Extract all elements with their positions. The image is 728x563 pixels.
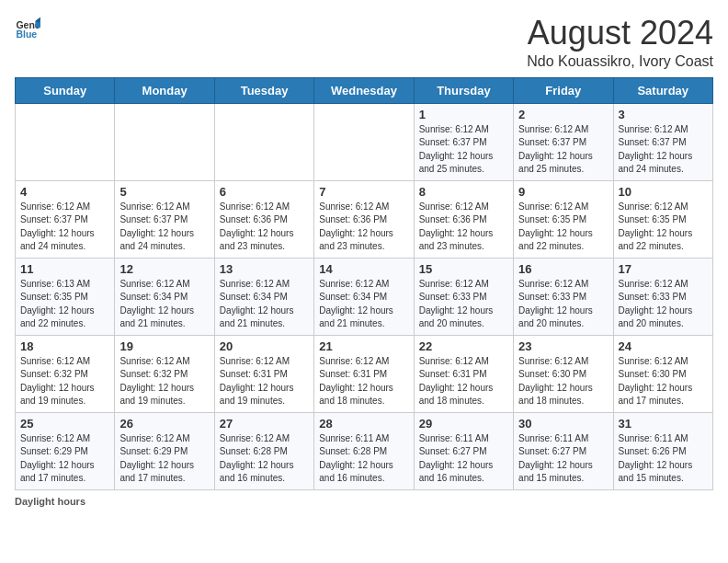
title-section: August 2024 Ndo Kouassikro, Ivory Coast (527, 15, 713, 70)
weekday-row: SundayMondayTuesdayWednesdayThursdayFrid… (16, 77, 713, 103)
day-number: 29 (419, 417, 508, 431)
day-info: Sunrise: 6:12 AM Sunset: 6:33 PM Dayligh… (419, 278, 508, 331)
day-number: 18 (20, 339, 109, 353)
day-info: Sunrise: 6:12 AM Sunset: 6:30 PM Dayligh… (518, 355, 608, 408)
calendar-cell: 17Sunrise: 6:12 AM Sunset: 6:33 PM Dayli… (613, 258, 712, 335)
day-info: Sunrise: 6:12 AM Sunset: 6:37 PM Dayligh… (619, 123, 708, 177)
calendar-cell: 4Sunrise: 6:12 AM Sunset: 6:37 PM Daylig… (16, 180, 115, 258)
calendar-week-3: 18Sunrise: 6:12 AM Sunset: 6:32 PM Dayli… (16, 335, 713, 412)
day-info: Sunrise: 6:12 AM Sunset: 6:32 PM Dayligh… (20, 355, 109, 408)
calendar-cell: 10Sunrise: 6:12 AM Sunset: 6:35 PM Dayli… (613, 180, 712, 258)
day-info: Sunrise: 6:12 AM Sunset: 6:33 PM Dayligh… (518, 278, 608, 331)
day-info: Sunrise: 6:13 AM Sunset: 6:35 PM Dayligh… (20, 278, 109, 331)
calendar-cell (115, 103, 214, 180)
day-number: 1 (419, 108, 508, 121)
day-number: 10 (619, 185, 708, 199)
calendar-cell: 27Sunrise: 6:12 AM Sunset: 6:28 PM Dayli… (214, 412, 313, 489)
calendar-cell: 2Sunrise: 6:12 AM Sunset: 6:37 PM Daylig… (514, 103, 613, 180)
calendar-cell: 28Sunrise: 6:11 AM Sunset: 6:28 PM Dayli… (314, 412, 414, 489)
calendar-cell: 9Sunrise: 6:12 AM Sunset: 6:35 PM Daylig… (514, 180, 613, 258)
calendar-cell: 6Sunrise: 6:12 AM Sunset: 6:36 PM Daylig… (214, 180, 313, 258)
weekday-header-sunday: Sunday (16, 77, 115, 103)
calendar-cell: 12Sunrise: 6:12 AM Sunset: 6:34 PM Dayli… (115, 258, 214, 335)
calendar-week-2: 11Sunrise: 6:13 AM Sunset: 6:35 PM Dayli… (16, 258, 713, 335)
day-info: Sunrise: 6:12 AM Sunset: 6:35 PM Dayligh… (619, 201, 708, 254)
day-number: 30 (518, 417, 608, 431)
calendar-cell: 5Sunrise: 6:12 AM Sunset: 6:37 PM Daylig… (115, 180, 214, 258)
calendar-cell: 13Sunrise: 6:12 AM Sunset: 6:34 PM Dayli… (214, 258, 313, 335)
daylight-label: Daylight hours (15, 496, 85, 507)
calendar-week-1: 4Sunrise: 6:12 AM Sunset: 6:37 PM Daylig… (16, 180, 713, 258)
calendar-cell: 30Sunrise: 6:11 AM Sunset: 6:27 PM Dayli… (514, 412, 613, 489)
day-number: 25 (20, 417, 109, 431)
day-number: 8 (419, 185, 508, 199)
calendar-cell: 22Sunrise: 6:12 AM Sunset: 6:31 PM Dayli… (414, 335, 513, 412)
calendar-cell (16, 103, 115, 180)
day-info: Sunrise: 6:12 AM Sunset: 6:29 PM Dayligh… (119, 432, 209, 486)
day-info: Sunrise: 6:12 AM Sunset: 6:36 PM Dayligh… (419, 201, 508, 254)
day-number: 28 (319, 417, 408, 431)
calendar-week-0: 1Sunrise: 6:12 AM Sunset: 6:37 PM Daylig… (16, 103, 713, 180)
logo: General Blue (15, 15, 40, 40)
day-info: Sunrise: 6:11 AM Sunset: 6:27 PM Dayligh… (419, 432, 508, 486)
day-number: 14 (319, 262, 408, 276)
calendar-cell: 1Sunrise: 6:12 AM Sunset: 6:37 PM Daylig… (414, 103, 513, 180)
header: General Blue August 2024 Ndo Kouassikro,… (15, 15, 713, 70)
calendar-body: 1Sunrise: 6:12 AM Sunset: 6:37 PM Daylig… (16, 103, 713, 489)
subtitle: Ndo Kouassikro, Ivory Coast (527, 53, 713, 70)
day-number: 22 (419, 339, 508, 353)
day-info: Sunrise: 6:12 AM Sunset: 6:31 PM Dayligh… (419, 355, 508, 408)
day-info: Sunrise: 6:12 AM Sunset: 6:28 PM Dayligh… (220, 432, 309, 486)
weekday-header-friday: Friday (514, 77, 613, 103)
day-number: 23 (518, 339, 608, 353)
logo-icon: General Blue (15, 15, 40, 40)
day-number: 27 (220, 417, 309, 431)
calendar-cell: 26Sunrise: 6:12 AM Sunset: 6:29 PM Dayli… (115, 412, 214, 489)
day-number: 15 (419, 262, 508, 276)
calendar-table: SundayMondayTuesdayWednesdayThursdayFrid… (15, 77, 713, 490)
weekday-header-monday: Monday (115, 77, 214, 103)
day-info: Sunrise: 6:12 AM Sunset: 6:37 PM Dayligh… (119, 201, 209, 254)
day-info: Sunrise: 6:12 AM Sunset: 6:30 PM Dayligh… (619, 355, 708, 408)
day-info: Sunrise: 6:12 AM Sunset: 6:37 PM Dayligh… (518, 123, 608, 177)
weekday-header-thursday: Thursday (414, 77, 513, 103)
day-number: 11 (20, 262, 109, 276)
calendar-cell: 7Sunrise: 6:12 AM Sunset: 6:36 PM Daylig… (314, 180, 414, 258)
calendar-cell (314, 103, 414, 180)
day-info: Sunrise: 6:12 AM Sunset: 6:33 PM Dayligh… (619, 278, 708, 331)
day-number: 13 (220, 262, 309, 276)
day-number: 3 (619, 108, 708, 121)
day-number: 7 (319, 185, 408, 199)
calendar-cell: 11Sunrise: 6:13 AM Sunset: 6:35 PM Dayli… (16, 258, 115, 335)
day-number: 6 (220, 185, 309, 199)
day-number: 12 (119, 262, 209, 276)
day-info: Sunrise: 6:12 AM Sunset: 6:34 PM Dayligh… (119, 278, 209, 331)
weekday-header-saturday: Saturday (613, 77, 712, 103)
day-info: Sunrise: 6:12 AM Sunset: 6:37 PM Dayligh… (419, 123, 508, 177)
day-number: 21 (319, 339, 408, 353)
calendar-cell: 19Sunrise: 6:12 AM Sunset: 6:32 PM Dayli… (115, 335, 214, 412)
day-number: 17 (619, 262, 708, 276)
calendar-cell: 16Sunrise: 6:12 AM Sunset: 6:33 PM Dayli… (514, 258, 613, 335)
calendar-week-4: 25Sunrise: 6:12 AM Sunset: 6:29 PM Dayli… (16, 412, 713, 489)
day-number: 9 (518, 185, 608, 199)
day-info: Sunrise: 6:12 AM Sunset: 6:36 PM Dayligh… (319, 201, 408, 254)
calendar-cell: 23Sunrise: 6:12 AM Sunset: 6:30 PM Dayli… (514, 335, 613, 412)
footer: Daylight hours (15, 496, 713, 507)
day-number: 20 (220, 339, 309, 353)
day-number: 4 (20, 185, 109, 199)
day-info: Sunrise: 6:12 AM Sunset: 6:36 PM Dayligh… (220, 201, 309, 254)
day-number: 5 (119, 185, 209, 199)
day-info: Sunrise: 6:12 AM Sunset: 6:34 PM Dayligh… (220, 278, 309, 331)
day-number: 31 (619, 417, 708, 431)
calendar-cell: 25Sunrise: 6:12 AM Sunset: 6:29 PM Dayli… (16, 412, 115, 489)
calendar-cell: 20Sunrise: 6:12 AM Sunset: 6:31 PM Dayli… (214, 335, 313, 412)
calendar-cell (214, 103, 313, 180)
calendar-cell: 18Sunrise: 6:12 AM Sunset: 6:32 PM Dayli… (16, 335, 115, 412)
day-info: Sunrise: 6:12 AM Sunset: 6:31 PM Dayligh… (220, 355, 309, 408)
main-title: August 2024 (527, 15, 713, 52)
day-number: 2 (518, 108, 608, 121)
calendar-cell: 29Sunrise: 6:11 AM Sunset: 6:27 PM Dayli… (414, 412, 513, 489)
day-number: 24 (619, 339, 708, 353)
calendar-cell: 24Sunrise: 6:12 AM Sunset: 6:30 PM Dayli… (613, 335, 712, 412)
